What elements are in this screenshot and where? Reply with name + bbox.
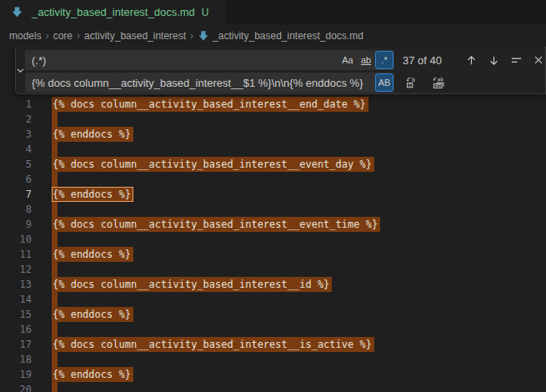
find-match-empty [52, 202, 58, 217]
line-number: 2 [0, 112, 32, 127]
line-content[interactable]: {% enddocs %} [32, 367, 133, 382]
line-content[interactable]: {% enddocs %} [32, 187, 133, 202]
breadcrumb-item-file[interactable]: _activity_based_interest_docs.md [213, 30, 363, 42]
find-match: {% docs column__activity_based_interest_… [52, 97, 368, 112]
find-query[interactable]: (.*) [32, 54, 338, 67]
line-content[interactable] [32, 112, 58, 127]
code-line[interactable]: 4 [0, 142, 546, 157]
line-content[interactable] [32, 142, 58, 157]
find-match: {% docs column__activity_based_interest_… [52, 277, 332, 292]
code-line[interactable]: 17{% docs column__activity_based_interes… [0, 337, 546, 352]
code-line[interactable]: 13{% docs column__activity_based_interes… [0, 277, 546, 292]
chevron-right-icon: › [77, 30, 80, 42]
code-line[interactable]: 16 [0, 322, 546, 337]
replace-value[interactable]: {% docs column__activity_based_interest_… [32, 77, 374, 89]
find-match-empty [52, 292, 58, 307]
breadcrumb-item-models[interactable]: models [9, 30, 42, 42]
find-match: {% enddocs %} [52, 247, 133, 262]
replace-icon: b c [405, 76, 418, 89]
line-number: 19 [0, 367, 32, 382]
whole-word-button[interactable]: ab [358, 52, 374, 68]
line-number: 10 [0, 232, 32, 247]
code-line[interactable]: 7{% enddocs %} [0, 187, 546, 202]
code-line[interactable]: 1{% docs column__activity_based_interest… [0, 97, 546, 112]
code-line[interactable]: 6 [0, 172, 546, 187]
code-line[interactable]: 10 [0, 232, 546, 247]
current-find-match: {% enddocs %} [52, 187, 133, 202]
code-line[interactable]: 12 [0, 262, 546, 277]
arrow-down-icon [488, 54, 500, 67]
code-line[interactable]: 2 [0, 112, 546, 127]
find-match-empty [52, 322, 58, 337]
line-content[interactable] [32, 172, 58, 187]
close-icon [533, 54, 544, 66]
code-line[interactable]: 15{% enddocs %} [0, 307, 546, 322]
line-content[interactable]: {% docs column__activity_based_interest_… [32, 157, 374, 172]
line-content[interactable] [32, 322, 58, 337]
line-content[interactable] [32, 232, 58, 247]
toggle-replace-button[interactable] [16, 47, 25, 93]
editor[interactable]: (.*) Aa ab .* 37 of 40 [0, 47, 546, 392]
arrow-up-icon [465, 54, 478, 67]
code-line[interactable]: 18 [0, 352, 546, 367]
previous-match-button[interactable] [463, 52, 479, 68]
tab-activity-docs[interactable]: _activity_based_interest_docs.md U [0, 0, 226, 24]
find-match: {% docs column__activity_based_interest_… [52, 157, 374, 172]
line-content[interactable] [32, 202, 58, 217]
regex-button[interactable]: .* [376, 52, 393, 68]
line-number: 6 [0, 172, 32, 187]
find-replace-widget: (.*) Aa ab .* 37 of 40 [15, 47, 546, 94]
replace-all-button[interactable]: ab ab [430, 74, 447, 91]
breadcrumb-item-folder[interactable]: activity_based_interest [84, 30, 186, 42]
line-number: 9 [0, 217, 32, 232]
find-match: {% enddocs %} [52, 127, 133, 142]
replace-all-icon: ab ab [432, 76, 446, 90]
markdown-file-icon [11, 6, 23, 18]
line-content[interactable]: {% docs column__activity_based_interest_… [32, 337, 374, 352]
vscode-window: _activity_based_interest_docs.md U model… [0, 0, 546, 392]
line-content[interactable]: {% docs column__activity_based_interest_… [32, 217, 380, 232]
line-number: 11 [0, 247, 32, 262]
close-button[interactable] [530, 52, 546, 68]
line-number: 15 [0, 307, 32, 322]
chevron-down-icon [16, 66, 25, 75]
chevron-right-icon: › [46, 30, 49, 42]
line-content[interactable]: {% docs column__activity_based_interest_… [32, 97, 368, 112]
line-content[interactable] [32, 352, 58, 367]
line-content[interactable] [32, 292, 58, 307]
next-match-button[interactable] [485, 52, 502, 68]
code-line[interactable]: 5{% docs column__activity_based_interest… [0, 157, 546, 172]
code-line[interactable]: 20 [0, 382, 546, 392]
line-number: 7 [0, 187, 32, 202]
find-match: {% enddocs %} [52, 307, 133, 322]
preserve-case-button[interactable]: AB [376, 74, 393, 91]
line-number: 1 [0, 97, 32, 112]
find-match: {% enddocs %} [52, 367, 133, 382]
code-line[interactable]: 3{% enddocs %} [0, 127, 546, 142]
line-content[interactable]: {% enddocs %} [32, 247, 133, 262]
replace-input[interactable]: {% docs column__activity_based_interest_… [25, 73, 394, 93]
code-line[interactable]: 19{% enddocs %} [0, 367, 546, 382]
tab-bar: _activity_based_interest_docs.md U [0, 0, 546, 24]
line-content[interactable]: {% enddocs %} [32, 127, 133, 142]
match-case-button[interactable]: Aa [339, 52, 356, 68]
selection-lines-icon [510, 54, 523, 67]
match-count: 37 of 40 [403, 54, 451, 67]
line-content[interactable]: {% docs column__activity_based_interest_… [32, 277, 332, 292]
code-line[interactable]: 9{% docs column__activity_based_interest… [0, 217, 546, 232]
code-line[interactable]: 8 [0, 202, 546, 217]
code-line[interactable]: 14 [0, 292, 546, 307]
breadcrumb-item-core[interactable]: core [53, 30, 73, 42]
find-in-selection-button[interactable] [508, 52, 524, 68]
line-content[interactable] [32, 262, 58, 277]
replace-button[interactable]: b c [403, 74, 420, 91]
find-match-empty [52, 352, 58, 367]
line-content[interactable]: {% enddocs %} [32, 307, 133, 322]
svg-text:c: c [408, 82, 412, 88]
code-area[interactable]: 1{% docs column__activity_based_interest… [0, 97, 546, 392]
line-number: 16 [0, 322, 32, 337]
line-content[interactable] [32, 382, 58, 392]
code-line[interactable]: 11{% enddocs %} [0, 247, 546, 262]
git-untracked-badge: U [202, 7, 209, 18]
find-input[interactable]: (.*) Aa ab .* [25, 50, 394, 70]
